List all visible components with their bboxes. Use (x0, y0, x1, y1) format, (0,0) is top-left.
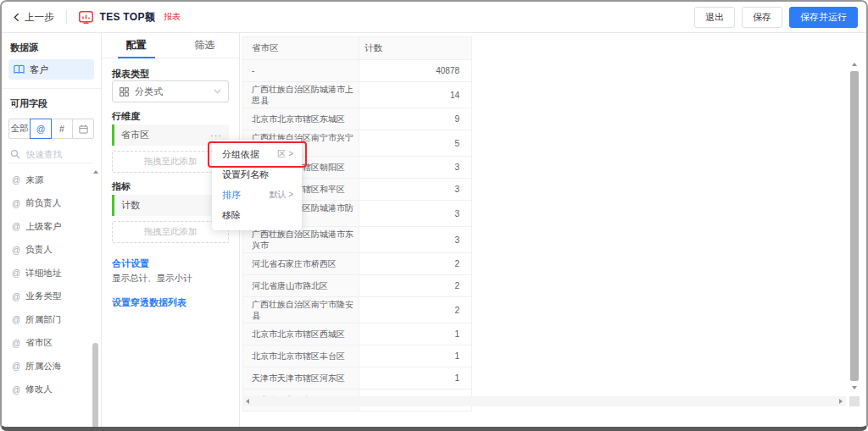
scroll-thumb[interactable] (850, 71, 859, 381)
at-field-icon: @ (12, 315, 20, 324)
more-options-icon[interactable]: ··· (210, 130, 222, 141)
metric-label: 指标 (112, 180, 131, 193)
field-list: @来源@前负责人@上级客户@负责人@详细地址@业务类型@所属部门@省市区@所属公… (2, 169, 91, 403)
field-item[interactable]: @前负责人 (2, 192, 91, 216)
field-search-input[interactable] (25, 148, 84, 160)
chevron-down-icon (214, 89, 221, 94)
field-type-tabs: 全部@# (8, 119, 94, 139)
cell-count: 1 (359, 345, 472, 367)
cell-region: - (243, 60, 359, 82)
report-title: TES TOP额 (100, 10, 156, 25)
drop-hint: 拖拽至此添加 (144, 226, 198, 238)
row-dimension-label: 行维度 (112, 110, 140, 123)
scroll-up-arrow[interactable] (852, 63, 857, 66)
column-header-region: 省市区 (243, 37, 359, 60)
datasource-label: 数据源 (2, 33, 101, 59)
table-row: 北京市北京市辖区西城区1 (243, 323, 472, 345)
tab-filter[interactable]: 筛选 (170, 33, 239, 58)
at-field-icon: @ (12, 292, 20, 301)
sidebar-vertical-scrollbar[interactable] (92, 169, 100, 431)
field-item-label: 业务类型 (25, 290, 61, 302)
tab-config[interactable]: 配置 (102, 33, 170, 58)
table-header-row: 省市区计数 (243, 37, 472, 60)
scroll-right-arrow[interactable] (839, 399, 843, 404)
at-field-icon: @ (12, 385, 20, 395)
menu-item-group-by[interactable]: 分组依据区 > (212, 144, 302, 164)
scroll-left-arrow[interactable] (246, 399, 249, 404)
table-horizontal-scrollbar[interactable] (242, 396, 846, 406)
topbar-actions: 退出 保存 保存并运行 (694, 7, 858, 28)
table-row: 广西壮族自治区防城港市东兴市3 (243, 227, 472, 253)
datasource-item-customer[interactable]: 客户 (8, 59, 94, 80)
field-item[interactable]: @来源 (2, 169, 91, 192)
total-settings-desc: 显示总计、显示小计 (112, 273, 192, 285)
table-vertical-scrollbar[interactable] (849, 59, 860, 393)
field-search[interactable] (8, 146, 94, 163)
field-item-label: 详细地址 (25, 268, 61, 279)
table-row: 天津市天津市辖区河东区1 (243, 367, 472, 390)
field-type-tab-at[interactable]: @ (30, 119, 52, 139)
exit-button[interactable]: 退出 (694, 7, 735, 28)
field-item[interactable]: @业务类型 (2, 285, 91, 309)
field-item[interactable]: @所属公海 (2, 355, 91, 379)
menu-item-label: 移除 (222, 209, 241, 222)
grid-icon (120, 87, 129, 97)
datasource-sidebar: 数据源 客户 可用字段 全部@# @来源@前负责人@上级客户@负责人@详细地址@… (2, 33, 102, 427)
field-type-tab-hash[interactable]: # (51, 119, 73, 139)
field-item-label: 来源 (25, 174, 43, 186)
field-item[interactable]: @所属部门 (2, 308, 91, 332)
cell-count: 2 (359, 275, 472, 297)
field-item[interactable]: @上级客户 (2, 215, 91, 239)
field-type-tab-all[interactable]: 全部 (8, 119, 31, 139)
top-bar: 上一步 TES TOP额 报表 退出 保存 保存并运行 (2, 2, 866, 33)
column-header-count: 计数 (359, 37, 472, 60)
datasource-name: 客户 (30, 64, 48, 76)
field-item[interactable]: @修改人 (2, 379, 91, 402)
dimension-context-menu: 分组依据区 >设置列名称排序默认 >移除 (212, 140, 302, 230)
cell-count: 5 (359, 130, 472, 157)
back-button[interactable]: 上一步 (14, 11, 54, 24)
field-item-label: 所属公海 (25, 361, 61, 373)
cell-count: 14 (359, 82, 472, 108)
menu-item-sort[interactable]: 排序默认 > (212, 185, 302, 205)
field-item[interactable]: @详细地址 (2, 262, 91, 285)
table-row: 广西壮族自治区南宁市隆安县2 (243, 297, 472, 323)
at-field-icon: @ (12, 222, 20, 231)
drop-hint: 拖拽至此添加 (144, 156, 198, 168)
table-row: -40878 (243, 60, 472, 82)
field-item[interactable]: @创建人 (2, 401, 91, 403)
scroll-down-arrow[interactable] (852, 386, 857, 390)
report-type-select[interactable]: 分类式 (112, 80, 229, 102)
scroll-up-arrow[interactable] (93, 170, 98, 174)
config-tab-bar: 配置筛选 (102, 33, 239, 58)
cell-region: 北京市北京市辖区丰台区 (243, 345, 359, 367)
save-button[interactable]: 保存 (742, 7, 782, 28)
table-row: 河北省石家庄市桥西区2 (243, 253, 472, 275)
field-item[interactable]: @省市区 (2, 332, 91, 356)
cell-region: 广西壮族自治区防城港市东兴市 (243, 227, 359, 253)
table-body: -40878广西壮族自治区防城港市上思县14北京市北京市辖区东城区9广西壮族自治… (243, 60, 472, 412)
save-and-run-button[interactable]: 保存并运行 (789, 7, 858, 28)
at-field-icon: @ (12, 339, 20, 348)
menu-item-set-column-name[interactable]: 设置列名称 (212, 164, 302, 185)
field-item[interactable]: @负责人 (2, 239, 91, 262)
at-field-icon: @ (12, 268, 20, 278)
table-row: 北京市北京市辖区东城区9 (243, 108, 472, 130)
menu-item-label: 排序 (222, 189, 241, 202)
field-item-label: 负责人 (25, 244, 53, 256)
field-type-tab-date[interactable] (72, 119, 94, 139)
calendar-icon (79, 124, 88, 134)
cell-region: 广西壮族自治区防城港市上思县 (243, 82, 359, 108)
field-item-label: 省市区 (25, 337, 53, 349)
cell-count: 3 (359, 227, 472, 253)
cell-region: 广西壮族自治区南宁市隆安县 (243, 297, 359, 323)
table-row: 北京市北京市辖区丰台区1 (243, 345, 472, 367)
menu-item-remove[interactable]: 移除 (212, 205, 302, 225)
table-row: 广西壮族自治区防城港市上思县14 (243, 82, 472, 108)
scroll-thumb[interactable] (92, 343, 98, 428)
drill-through-link[interactable]: 设置穿透数据列表 (112, 296, 186, 309)
field-item-label: 前负责人 (25, 197, 61, 209)
at-field-icon: @ (12, 246, 20, 255)
cell-count: 3 (359, 157, 472, 179)
total-settings-link[interactable]: 合计设置 (112, 257, 149, 270)
